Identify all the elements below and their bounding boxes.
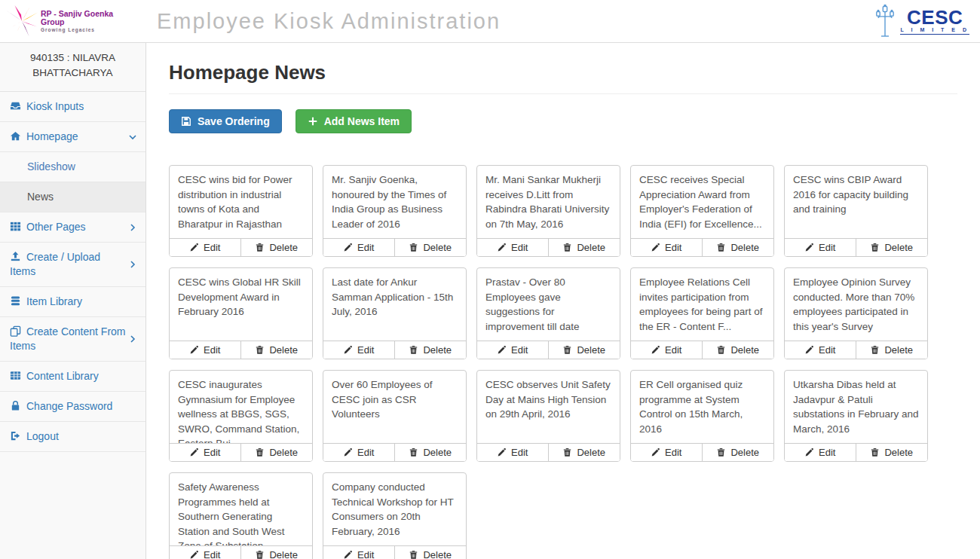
sidebar-item-label: Kiosk Inputs <box>26 100 84 112</box>
sidebar-item-kiosk-inputs[interactable]: Kiosk Inputs <box>0 92 145 122</box>
delete-button[interactable]: Delete <box>549 341 620 359</box>
delete-button[interactable]: Delete <box>241 546 313 559</box>
delete-button[interactable]: Delete <box>395 239 467 256</box>
sidebar-item-item-library[interactable]: Item Library <box>0 287 145 317</box>
news-card[interactable]: Last date for Ankur Samman Application -… <box>323 267 467 359</box>
news-card-actions: Edit Delete <box>323 341 466 359</box>
cesc-subtitle: L I M I T E D <box>900 27 969 35</box>
sidebar-item-create-upload-items[interactable]: Create / Upload Items <box>0 243 145 287</box>
edit-button[interactable]: Edit <box>477 341 549 359</box>
edit-button[interactable]: Edit <box>170 444 241 461</box>
news-card[interactable]: Safety Awareness Programmes held at Sout… <box>169 472 313 559</box>
news-card[interactable]: CESC wins bid for Power distribution in … <box>169 165 313 257</box>
edit-button-label: Edit <box>819 344 835 356</box>
logged-in-user: 940135 : NILAVRA BHATTACHARYA <box>0 43 145 92</box>
news-card[interactable]: Company conducted Technical Workshop for… <box>323 472 467 559</box>
delete-button-label: Delete <box>577 447 605 458</box>
edit-button[interactable]: Edit <box>785 444 856 461</box>
edit-button-label: Edit <box>819 242 835 253</box>
delete-button-label: Delete <box>884 447 913 458</box>
delete-button[interactable]: Delete <box>241 239 313 256</box>
trash-icon <box>562 243 572 252</box>
pencil-icon <box>651 448 660 457</box>
pencil-icon <box>343 243 353 252</box>
edit-button[interactable]: Edit <box>170 239 241 256</box>
delete-button[interactable]: Delete <box>856 444 928 461</box>
sidebar-item-label: Content Library <box>26 370 99 382</box>
sidebar-item-create-content-from-items[interactable]: Create Content From Items <box>0 317 145 362</box>
edit-button-label: Edit <box>357 242 374 253</box>
edit-button[interactable]: Edit <box>170 341 241 359</box>
edit-button-label: Edit <box>204 242 220 253</box>
edit-button[interactable]: Edit <box>785 341 856 359</box>
news-card-actions: Edit Delete <box>785 341 927 359</box>
news-card[interactable]: Employee Relations Cell invites particip… <box>630 267 774 359</box>
news-card[interactable]: ER Cell organised quiz programme at Syst… <box>630 370 774 462</box>
delete-button[interactable]: Delete <box>395 546 467 559</box>
delete-button[interactable]: Delete <box>703 239 774 256</box>
toolbar: Save Ordering Add News Item <box>169 109 957 133</box>
delete-button-label: Delete <box>423 447 452 458</box>
delete-button[interactable]: Delete <box>241 444 313 461</box>
news-card[interactable]: CESC receives Special Appreciation Award… <box>630 165 774 257</box>
sidebar-item-other-pages[interactable]: Other Pages <box>0 212 145 243</box>
add-news-item-button[interactable]: Add News Item <box>296 109 412 133</box>
edit-button[interactable]: Edit <box>323 341 395 359</box>
cesc-lamppost-icon <box>874 5 896 38</box>
edit-button-label: Edit <box>357 447 374 458</box>
sidebar-item-news[interactable]: News <box>0 182 145 212</box>
news-card[interactable]: Employee Opinion Survey conducted. More … <box>784 267 928 359</box>
edit-button-label: Edit <box>204 344 220 356</box>
pencil-icon <box>343 448 353 457</box>
delete-button[interactable]: Delete <box>395 444 467 461</box>
edit-button[interactable]: Edit <box>631 444 703 461</box>
news-card[interactable]: Over 60 Employees of CESC join as CSR Vo… <box>323 370 467 462</box>
sidebar-item-logout[interactable]: Logout <box>0 422 145 452</box>
edit-button[interactable]: Edit <box>477 444 549 461</box>
edit-button[interactable]: Edit <box>323 444 395 461</box>
news-card[interactable]: Mr. Sanjiv Goenka, honoured by the Times… <box>323 165 467 257</box>
sidebar-item-change-password[interactable]: Change Password <box>0 392 145 422</box>
save-ordering-label: Save Ordering <box>198 115 270 127</box>
edit-button-label: Edit <box>357 549 374 559</box>
news-card[interactable]: Prastav - Over 80 Employees gave suggest… <box>476 267 620 359</box>
edit-button[interactable]: Edit <box>631 341 703 359</box>
sidebar-item-content-library[interactable]: Content Library <box>0 362 145 392</box>
pencil-icon <box>189 243 199 252</box>
news-card[interactable]: CESC inaugurates Gymnasium for Employee … <box>169 370 313 462</box>
trash-icon <box>870 243 880 252</box>
trash-icon <box>716 243 726 252</box>
delete-button[interactable]: Delete <box>856 341 928 359</box>
news-card-text: Safety Awareness Programmes held at Sout… <box>170 473 312 545</box>
rpsg-star-icon <box>6 5 38 38</box>
sidebar-item-label: Homepage <box>26 130 78 142</box>
pencil-icon <box>497 448 507 457</box>
delete-button[interactable]: Delete <box>549 444 620 461</box>
sidebar-item-homepage[interactable]: Homepage <box>0 122 145 152</box>
edit-button[interactable]: Edit <box>631 239 703 256</box>
edit-button[interactable]: Edit <box>785 239 856 256</box>
news-card[interactable]: CESC wins Global HR Skill Development Aw… <box>169 267 313 359</box>
delete-button-label: Delete <box>423 242 452 253</box>
delete-button[interactable]: Delete <box>549 239 620 256</box>
lock-icon <box>10 400 21 411</box>
edit-button-label: Edit <box>819 447 835 458</box>
edit-button[interactable]: Edit <box>477 239 549 256</box>
copy-icon <box>10 325 21 337</box>
news-card[interactable]: Utkarsha Dibas held at Jadavpur & Patuli… <box>784 370 928 462</box>
edit-button-label: Edit <box>204 447 220 458</box>
edit-button[interactable]: Edit <box>170 546 241 559</box>
news-card[interactable]: Mr. Mani Sankar Mukherji receives D.Litt… <box>476 165 620 257</box>
delete-button[interactable]: Delete <box>395 341 467 359</box>
delete-button[interactable]: Delete <box>703 444 774 461</box>
delete-button[interactable]: Delete <box>241 341 313 359</box>
sidebar-item-slideshow[interactable]: Slideshow <box>0 152 145 182</box>
delete-button[interactable]: Delete <box>856 239 928 256</box>
news-card[interactable]: CESC observes Unit Safety Day at Mains H… <box>476 370 620 462</box>
pencil-icon <box>343 345 353 355</box>
edit-button[interactable]: Edit <box>323 239 395 256</box>
save-ordering-button[interactable]: Save Ordering <box>169 109 282 133</box>
news-card[interactable]: CESC wins CBIP Award 2016 for capacity b… <box>784 165 928 257</box>
edit-button[interactable]: Edit <box>323 546 395 559</box>
delete-button[interactable]: Delete <box>703 341 774 359</box>
